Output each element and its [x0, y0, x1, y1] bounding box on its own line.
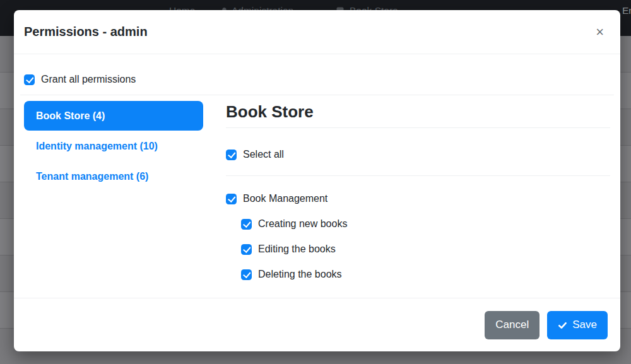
tab-book-store-label: Book Store (4)	[36, 110, 105, 122]
book-management-checkbox[interactable]	[226, 194, 237, 204]
permission-panel: Book Store Select all Book Management Cr…	[226, 101, 610, 280]
creating-new-books-label: Creating new books	[258, 218, 347, 230]
permissions-layout: Book Store (4) Identity management (10) …	[24, 101, 610, 280]
cancel-button-label: Cancel	[495, 319, 529, 331]
check-icon	[558, 320, 567, 330]
book-management-label: Book Management	[243, 193, 327, 204]
save-button[interactable]: Save	[547, 311, 608, 339]
permission-row-book-management[interactable]: Book Management	[226, 193, 610, 204]
modal-body: Grant all permissions Book Store (4) Ide…	[14, 55, 620, 298]
nav-language-label: En	[622, 5, 631, 16]
modal-footer: Cancel Save	[14, 298, 620, 351]
creating-new-books-checkbox[interactable]	[241, 219, 252, 230]
tab-tenant-management[interactable]: Tenant management (6)	[24, 161, 203, 191]
close-icon[interactable]: ×	[591, 23, 609, 42]
permissions-modal: Permissions - admin × Grant all permissi…	[14, 10, 620, 351]
permission-row-creating-new-books[interactable]: Creating new books	[241, 218, 610, 230]
screen: Home Administration Book Store En Permis…	[0, 0, 631, 364]
select-all-row[interactable]: Select all	[226, 149, 610, 160]
body-divider	[20, 95, 614, 95]
select-all-label: Select all	[243, 149, 284, 160]
nav-item-language[interactable]: En	[622, 5, 631, 16]
grant-all-label: Grant all permissions	[41, 74, 136, 85]
select-all-checkbox[interactable]	[226, 150, 237, 160]
permission-row-editing-the-books[interactable]: Editing the books	[241, 244, 610, 255]
deleting-the-books-label: Deleting the books	[258, 269, 342, 280]
permission-group-tabs: Book Store (4) Identity management (10) …	[24, 101, 203, 280]
grant-all-row[interactable]: Grant all permissions	[24, 74, 610, 85]
tab-tenant-management-label: Tenant management (6)	[36, 171, 148, 182]
editing-the-books-label: Editing the books	[258, 244, 336, 255]
editing-the-books-checkbox[interactable]	[241, 244, 252, 255]
panel-divider	[226, 175, 610, 176]
tab-identity-management[interactable]: Identity management (10)	[24, 131, 203, 161]
deleting-the-books-checkbox[interactable]	[241, 269, 252, 280]
tab-book-store[interactable]: Book Store (4)	[24, 101, 203, 131]
permission-row-deleting-the-books[interactable]: Deleting the books	[241, 269, 610, 280]
grant-all-checkbox[interactable]	[24, 74, 35, 85]
cancel-button[interactable]: Cancel	[485, 311, 540, 339]
modal-title: Permissions - admin	[24, 25, 148, 39]
tab-identity-management-label: Identity management (10)	[36, 141, 158, 152]
modal-header: Permissions - admin ×	[14, 10, 620, 54]
save-button-label: Save	[572, 319, 597, 331]
panel-title: Book Store	[226, 102, 610, 128]
